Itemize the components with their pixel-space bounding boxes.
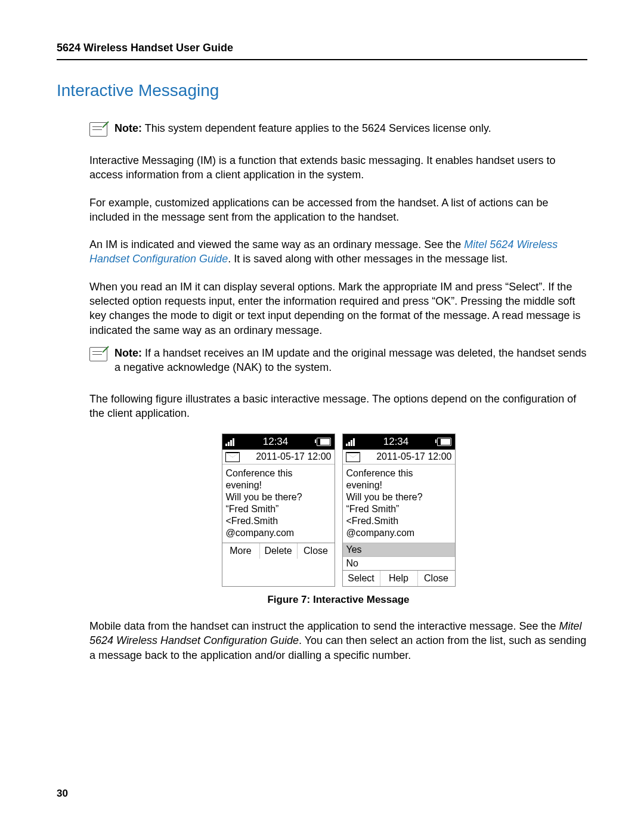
note-2-label: Note:	[114, 347, 142, 359]
signal-icon	[346, 438, 355, 446]
signal-icon	[225, 438, 234, 446]
paragraph-1: Interactive Messaging (IM) is a function…	[89, 153, 587, 182]
battery-icon	[437, 438, 451, 446]
note-1-label: Note:	[114, 122, 142, 134]
message-body: Conference this evening! Will you be the…	[222, 465, 335, 543]
paragraph-6a: Mobile data from the handset can instruc…	[89, 620, 559, 632]
msg-line: Conference this evening!	[226, 467, 331, 491]
figure-7: 12:34 2011-05-17 12:00 Conference this e…	[89, 433, 587, 587]
softkey-close[interactable]: Close	[298, 543, 335, 559]
option-list: Yes No	[343, 543, 455, 570]
softkey-select[interactable]: Select	[343, 571, 380, 586]
status-bar: 12:34	[343, 434, 455, 450]
softkey-delete[interactable]: Delete	[260, 543, 298, 559]
msg-line: @company.com	[346, 527, 451, 539]
message-date-bar: 2011-05-17 12:00	[222, 450, 335, 465]
note-1-text: This system dependent feature applies to…	[142, 122, 491, 134]
section-title: Interactive Messaging	[57, 81, 587, 100]
msg-line: “Fred Smith” <Fred.Smith	[226, 503, 331, 527]
msg-line: Will you be there?	[226, 491, 331, 503]
envelope-icon	[225, 452, 240, 462]
message-date: 2011-05-17 12:00	[244, 451, 332, 462]
figure-caption: Figure 7: Interactive Message	[89, 594, 587, 606]
phone-screen-left: 12:34 2011-05-17 12:00 Conference this e…	[222, 433, 335, 587]
page-header: 5624 Wireless Handset User Guide	[57, 42, 587, 60]
softkey-close[interactable]: Close	[418, 571, 455, 586]
paragraph-2: For example, customized applications can…	[89, 196, 587, 225]
softkey-help[interactable]: Help	[380, 571, 418, 586]
msg-line: @company.com	[226, 527, 331, 539]
paragraph-3: An IM is indicated and viewed the same w…	[89, 237, 587, 267]
softkey-bar: More Delete Close	[222, 543, 335, 559]
message-body: Conference this evening! Will you be the…	[343, 465, 455, 543]
paragraph-3a: An IM is indicated and viewed the same w…	[89, 239, 464, 250]
paragraph-4: When you read an IM it can display sever…	[89, 280, 587, 337]
msg-line: Will you be there?	[346, 491, 451, 503]
status-bar: 12:34	[222, 434, 335, 450]
message-date: 2011-05-17 12:00	[365, 451, 452, 462]
msg-line: “Fred Smith” <Fred.Smith	[346, 503, 451, 527]
battery-icon	[317, 438, 331, 446]
page-number: 30	[57, 788, 587, 800]
note-2: Note: If a handset receives an IM update…	[89, 346, 587, 375]
envelope-icon	[346, 452, 360, 462]
softkey-bar: Select Help Close	[343, 570, 455, 586]
message-date-bar: 2011-05-17 12:00	[343, 450, 455, 465]
status-time: 12:34	[263, 436, 289, 448]
option-no[interactable]: No	[343, 556, 455, 570]
note-2-text: If a handset receives an IM update and t…	[114, 347, 586, 373]
option-yes[interactable]: Yes	[343, 543, 455, 556]
phone-screen-right: 12:34 2011-05-17 12:00 Conference this e…	[342, 433, 456, 587]
note-icon	[89, 347, 107, 361]
paragraph-6: Mobile data from the handset can instruc…	[89, 619, 587, 662]
paragraph-3b: . It is saved along with other messages …	[228, 253, 507, 265]
note-icon	[89, 122, 107, 137]
softkey-more[interactable]: More	[222, 543, 260, 559]
paragraph-5: The following figure illustrates a basic…	[89, 392, 587, 421]
msg-line: Conference this evening!	[346, 467, 451, 491]
status-time: 12:34	[383, 436, 409, 448]
note-1: Note: This system dependent feature appl…	[89, 121, 587, 137]
